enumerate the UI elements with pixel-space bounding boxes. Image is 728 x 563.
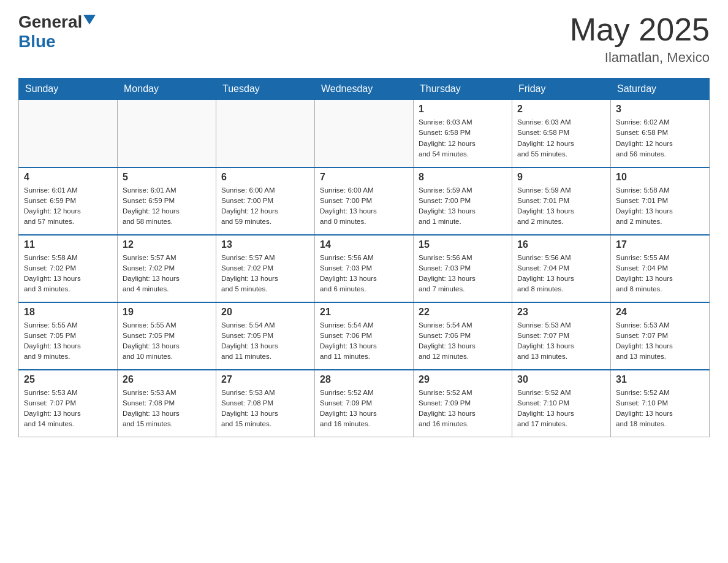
- day-number: 24: [616, 307, 704, 318]
- day-info: Sunrise: 5:55 AM Sunset: 7:05 PM Dayligh…: [24, 320, 112, 362]
- day-number: 18: [24, 307, 112, 318]
- day-info: Sunrise: 5:52 AM Sunset: 7:10 PM Dayligh…: [616, 388, 704, 430]
- calendar-cell: 23Sunrise: 5:53 AM Sunset: 7:07 PM Dayli…: [512, 302, 611, 370]
- calendar-week-row: 25Sunrise: 5:53 AM Sunset: 7:07 PM Dayli…: [19, 370, 710, 437]
- day-number: 21: [320, 307, 408, 318]
- day-number: 31: [616, 374, 704, 385]
- day-number: 27: [221, 374, 309, 385]
- day-number: 26: [123, 374, 211, 385]
- logo-triangle-icon: [83, 15, 96, 25]
- day-info: Sunrise: 5:56 AM Sunset: 7:03 PM Dayligh…: [419, 253, 507, 295]
- day-info: Sunrise: 5:59 AM Sunset: 7:01 PM Dayligh…: [517, 185, 605, 228]
- calendar-cell: 13Sunrise: 5:57 AM Sunset: 7:02 PM Dayli…: [216, 235, 315, 302]
- day-number: 13: [221, 239, 309, 250]
- day-info: Sunrise: 5:53 AM Sunset: 7:07 PM Dayligh…: [517, 320, 605, 362]
- day-number: 12: [123, 239, 211, 250]
- header-friday: Friday: [512, 79, 611, 100]
- day-info: Sunrise: 5:53 AM Sunset: 7:07 PM Dayligh…: [24, 388, 112, 430]
- logo: General Blue: [18, 12, 96, 52]
- calendar-cell: 14Sunrise: 5:56 AM Sunset: 7:03 PM Dayli…: [315, 235, 414, 302]
- day-number: 16: [517, 239, 605, 250]
- header-monday: Monday: [118, 79, 216, 100]
- header-tuesday: Tuesday: [216, 79, 315, 100]
- day-number: 11: [24, 239, 112, 250]
- calendar-week-row: 4Sunrise: 6:01 AM Sunset: 6:59 PM Daylig…: [19, 167, 710, 235]
- calendar-cell: 11Sunrise: 5:58 AM Sunset: 7:02 PM Dayli…: [19, 235, 118, 302]
- day-info: Sunrise: 5:57 AM Sunset: 7:02 PM Dayligh…: [221, 253, 309, 295]
- calendar-table: Sunday Monday Tuesday Wednesday Thursday…: [18, 78, 710, 437]
- header-saturday: Saturday: [611, 79, 710, 100]
- calendar-cell: 10Sunrise: 5:58 AM Sunset: 7:01 PM Dayli…: [611, 167, 710, 235]
- day-number: 15: [419, 239, 507, 250]
- day-number: 10: [616, 172, 704, 183]
- day-number: 8: [419, 172, 507, 183]
- calendar-cell: [19, 100, 118, 167]
- calendar-cell: [118, 100, 216, 167]
- location-text: Ilamatlan, Mexico: [570, 50, 710, 66]
- calendar-cell: 15Sunrise: 5:56 AM Sunset: 7:03 PM Dayli…: [414, 235, 512, 302]
- logo-blue-text: Blue: [18, 32, 56, 51]
- day-number: 14: [320, 239, 408, 250]
- day-info: Sunrise: 5:54 AM Sunset: 7:05 PM Dayligh…: [221, 320, 309, 362]
- day-number: 4: [24, 172, 112, 183]
- calendar-cell: 18Sunrise: 5:55 AM Sunset: 7:05 PM Dayli…: [19, 302, 118, 370]
- calendar-cell: 3Sunrise: 6:02 AM Sunset: 6:58 PM Daylig…: [611, 100, 710, 167]
- calendar-cell: 28Sunrise: 5:52 AM Sunset: 7:09 PM Dayli…: [315, 370, 414, 437]
- calendar-cell: 17Sunrise: 5:55 AM Sunset: 7:04 PM Dayli…: [611, 235, 710, 302]
- calendar-cell: 29Sunrise: 5:52 AM Sunset: 7:09 PM Dayli…: [414, 370, 512, 437]
- calendar-cell: [315, 100, 414, 167]
- day-number: 2: [517, 104, 605, 115]
- day-number: 30: [517, 374, 605, 385]
- logo-general-text: General: [18, 12, 82, 32]
- header-wednesday: Wednesday: [315, 79, 414, 100]
- day-number: 25: [24, 374, 112, 385]
- day-info: Sunrise: 5:55 AM Sunset: 7:04 PM Dayligh…: [616, 253, 704, 295]
- day-number: 20: [221, 307, 309, 318]
- calendar-week-row: 11Sunrise: 5:58 AM Sunset: 7:02 PM Dayli…: [19, 235, 710, 302]
- day-info: Sunrise: 5:58 AM Sunset: 7:01 PM Dayligh…: [616, 185, 704, 228]
- day-info: Sunrise: 6:00 AM Sunset: 7:00 PM Dayligh…: [320, 185, 408, 228]
- calendar-cell: 19Sunrise: 5:55 AM Sunset: 7:05 PM Dayli…: [118, 302, 216, 370]
- day-number: 23: [517, 307, 605, 318]
- calendar-cell: 20Sunrise: 5:54 AM Sunset: 7:05 PM Dayli…: [216, 302, 315, 370]
- page-header: General Blue May 2025 Ilamatlan, Mexico: [18, 12, 710, 66]
- day-info: Sunrise: 5:52 AM Sunset: 7:09 PM Dayligh…: [419, 388, 507, 430]
- calendar-cell: 30Sunrise: 5:52 AM Sunset: 7:10 PM Dayli…: [512, 370, 611, 437]
- calendar-cell: 27Sunrise: 5:53 AM Sunset: 7:08 PM Dayli…: [216, 370, 315, 437]
- day-info: Sunrise: 5:52 AM Sunset: 7:10 PM Dayligh…: [517, 388, 605, 430]
- day-number: 19: [123, 307, 211, 318]
- calendar-cell: 21Sunrise: 5:54 AM Sunset: 7:06 PM Dayli…: [315, 302, 414, 370]
- header-sunday: Sunday: [19, 79, 118, 100]
- day-info: Sunrise: 5:54 AM Sunset: 7:06 PM Dayligh…: [419, 320, 507, 362]
- day-info: Sunrise: 5:55 AM Sunset: 7:05 PM Dayligh…: [123, 320, 211, 362]
- day-info: Sunrise: 5:53 AM Sunset: 7:08 PM Dayligh…: [221, 388, 309, 430]
- calendar-cell: 9Sunrise: 5:59 AM Sunset: 7:01 PM Daylig…: [512, 167, 611, 235]
- day-info: Sunrise: 5:57 AM Sunset: 7:02 PM Dayligh…: [123, 253, 211, 295]
- calendar-week-row: 18Sunrise: 5:55 AM Sunset: 7:05 PM Dayli…: [19, 302, 710, 370]
- calendar-cell: 25Sunrise: 5:53 AM Sunset: 7:07 PM Dayli…: [19, 370, 118, 437]
- day-number: 9: [517, 172, 605, 183]
- calendar-cell: [216, 100, 315, 167]
- day-info: Sunrise: 5:53 AM Sunset: 7:07 PM Dayligh…: [616, 320, 704, 362]
- day-info: Sunrise: 5:54 AM Sunset: 7:06 PM Dayligh…: [320, 320, 408, 362]
- day-info: Sunrise: 5:52 AM Sunset: 7:09 PM Dayligh…: [320, 388, 408, 430]
- day-number: 5: [123, 172, 211, 183]
- day-info: Sunrise: 6:01 AM Sunset: 6:59 PM Dayligh…: [123, 185, 211, 228]
- calendar-cell: 24Sunrise: 5:53 AM Sunset: 7:07 PM Dayli…: [611, 302, 710, 370]
- calendar-cell: 31Sunrise: 5:52 AM Sunset: 7:10 PM Dayli…: [611, 370, 710, 437]
- day-number: 6: [221, 172, 309, 183]
- calendar-cell: 1Sunrise: 6:03 AM Sunset: 6:58 PM Daylig…: [414, 100, 512, 167]
- calendar-cell: 8Sunrise: 5:59 AM Sunset: 7:00 PM Daylig…: [414, 167, 512, 235]
- day-info: Sunrise: 6:03 AM Sunset: 6:58 PM Dayligh…: [419, 117, 507, 159]
- day-number: 3: [616, 104, 704, 115]
- calendar-cell: 2Sunrise: 6:03 AM Sunset: 6:58 PM Daylig…: [512, 100, 611, 167]
- calendar-week-row: 1Sunrise: 6:03 AM Sunset: 6:58 PM Daylig…: [19, 100, 710, 167]
- calendar-cell: 16Sunrise: 5:56 AM Sunset: 7:04 PM Dayli…: [512, 235, 611, 302]
- title-block: May 2025 Ilamatlan, Mexico: [570, 12, 710, 66]
- day-info: Sunrise: 5:59 AM Sunset: 7:00 PM Dayligh…: [419, 185, 507, 228]
- calendar-cell: 6Sunrise: 6:00 AM Sunset: 7:00 PM Daylig…: [216, 167, 315, 235]
- day-info: Sunrise: 5:56 AM Sunset: 7:04 PM Dayligh…: [517, 253, 605, 295]
- day-info: Sunrise: 5:56 AM Sunset: 7:03 PM Dayligh…: [320, 253, 408, 295]
- day-number: 29: [419, 374, 507, 385]
- month-year-title: May 2025: [570, 12, 710, 47]
